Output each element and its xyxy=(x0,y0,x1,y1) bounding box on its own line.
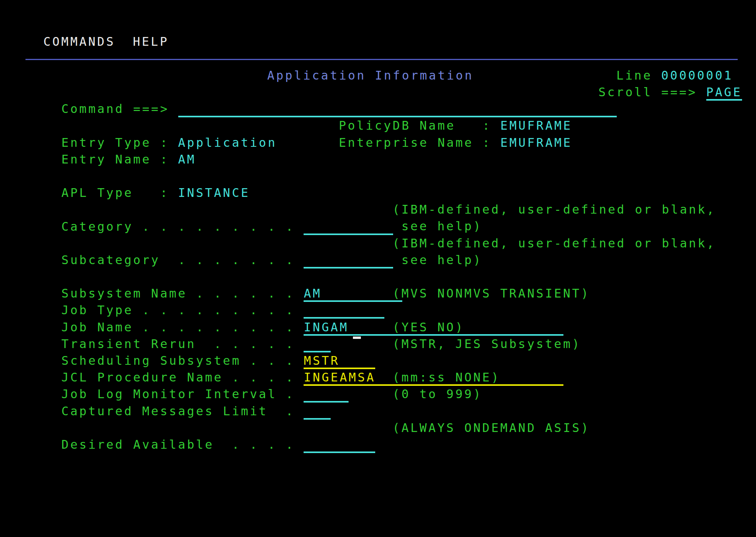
category-hint-2: see help) xyxy=(393,218,483,235)
jcl-procedure-name-row: JCL Procedure Name . . . . INGEAMSA xyxy=(25,352,742,369)
menu-bar: COMMANDS HELP xyxy=(25,33,742,50)
category-hint: (IBM-defined, user-defined or blank, xyxy=(393,201,716,218)
command-label: Command ===> xyxy=(61,102,178,116)
enterprise-label: Enterprise Name : xyxy=(339,136,501,150)
policydb-value: EMUFRAME xyxy=(501,119,573,132)
policydb-label: PolicyDB Name : xyxy=(339,119,501,132)
enterprise-group: Enterprise Name : EMUFRAME xyxy=(339,134,573,151)
desired-available-hint: (ALWAYS ONDEMAND ASIS) xyxy=(393,420,590,436)
entry-type-row: Entry Type : Application PolicyDB Name :… xyxy=(25,117,742,134)
enterprise-value: EMUFRAME xyxy=(501,136,573,150)
command-row: Command ===> Scroll ===> PAGE xyxy=(25,84,742,101)
category-hint-row: see help) xyxy=(25,218,742,235)
subcategory-hint: (IBM-defined, user-defined or blank, xyxy=(393,235,716,252)
desired-available-label: Desired Available . . . . xyxy=(61,438,304,451)
separator-line xyxy=(25,59,738,60)
line-counter: Line 00000001 xyxy=(616,67,733,84)
terminal-screen: COMMANDS HELP Application Information Li… xyxy=(25,0,742,537)
apl-type-value: INSTANCE xyxy=(178,186,250,200)
job-name-row: Job Name . . . . . . . . . INGAM xyxy=(25,302,742,319)
menu-item-commands[interactable]: COMMANDS xyxy=(43,33,115,50)
menu-item-help[interactable]: HELP xyxy=(133,33,169,50)
captured-messages-limit-label: Captured Messages Limit . xyxy=(61,404,304,418)
policydb-group: PolicyDB Name : EMUFRAME xyxy=(339,117,573,134)
scheduling-subsystem-row: Scheduling Subsystem . . . MSTR (MSTR, J… xyxy=(25,336,742,352)
scroll-group: Scroll ===> PAGE xyxy=(598,84,742,101)
captured-messages-limit-row: Captured Messages Limit . (0 to 999) xyxy=(25,386,742,403)
entry-name-row: Entry Name : AM Enterprise Name : EMUFRA… xyxy=(25,134,742,151)
job-log-monitor-interval-row: Job Log Monitor Interval . (mm:ss NONE) xyxy=(25,369,742,386)
command-input[interactable] xyxy=(178,101,617,117)
subcategory-hint-row: see help) xyxy=(25,252,742,268)
category-row: Category . . . . . . . . . (IBM-defined,… xyxy=(25,201,742,218)
captured-messages-limit-input[interactable] xyxy=(304,403,331,420)
transient-rerun-hint: (YES NO) xyxy=(393,319,465,336)
desired-available-row: Desired Available . . . . (ALWAYS ONDEMA… xyxy=(25,420,742,436)
job-log-monitor-interval-hint: (mm:ss NONE) xyxy=(393,369,501,386)
desired-available-input[interactable] xyxy=(304,436,375,453)
line-counter-value: 00000001 xyxy=(661,68,733,82)
scroll-input[interactable]: PAGE xyxy=(706,84,742,101)
scheduling-subsystem-hint: (MSTR, JES Subsystem) xyxy=(393,336,581,352)
entry-name-value: AM xyxy=(178,152,196,166)
apl-type-label: APL Type : xyxy=(61,186,178,200)
subcategory-row: Subcategory . . . . . . . (IBM-defined, … xyxy=(25,235,742,252)
entry-name-label: Entry Name : xyxy=(61,152,178,166)
captured-messages-limit-hint: (0 to 999) xyxy=(393,386,483,403)
page-title: Application Information xyxy=(267,67,474,84)
title-row: Application Information Line 00000001 xyxy=(25,67,742,84)
subcategory-hint-2: see help) xyxy=(393,252,483,268)
scroll-label: Scroll ===> xyxy=(598,85,706,99)
line-counter-label: Line xyxy=(616,68,661,82)
job-type-hint: (MVS NONMVS TRANSIENT) xyxy=(393,285,590,302)
subsystem-name-row: Subsystem Name . . . . . . AM xyxy=(25,268,742,285)
apl-type-row: APL Type : INSTANCE xyxy=(25,168,742,185)
job-type-row: Job Type . . . . . . . . . (MVS NONMVS T… xyxy=(25,285,742,302)
transient-rerun-row: Transient Rerun . . . . . (YES NO) xyxy=(25,319,742,336)
